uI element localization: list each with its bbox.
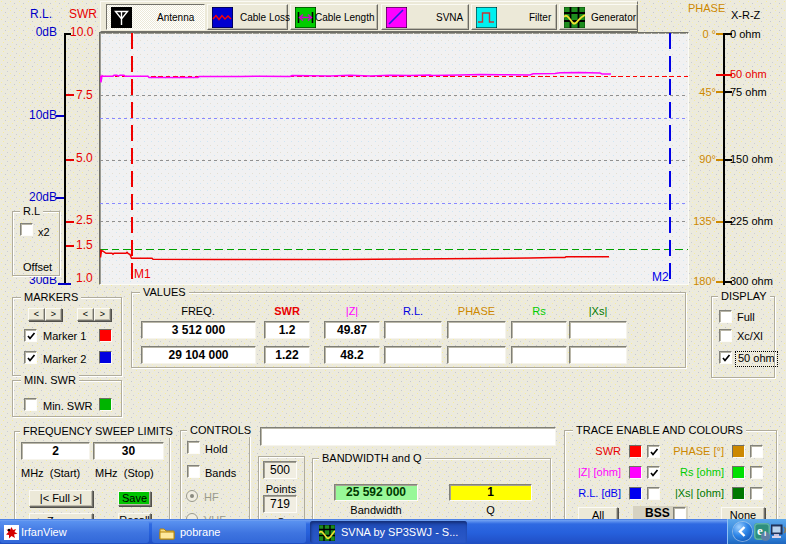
svg-text:M2: M2 — [652, 270, 669, 284]
svg-text:M1: M1 — [134, 267, 151, 281]
